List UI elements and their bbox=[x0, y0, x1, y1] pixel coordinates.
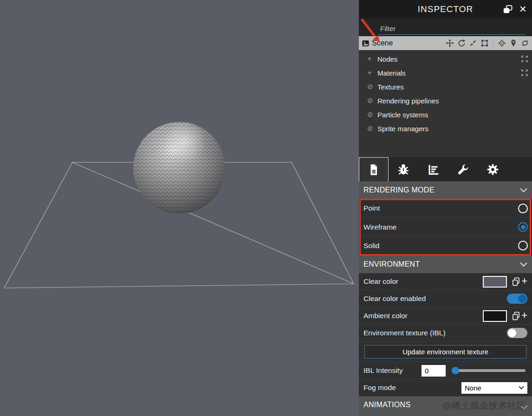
plus-icon[interactable]: + bbox=[367, 54, 377, 64]
copy-icon[interactable] bbox=[511, 276, 521, 287]
tab-debug[interactable] bbox=[389, 157, 418, 181]
tree-filler bbox=[359, 134, 532, 157]
ambient-color-swatch[interactable] bbox=[483, 310, 507, 322]
section-header-rendering-mode[interactable]: RENDERING MODE bbox=[359, 181, 532, 199]
section-title: RENDERING MODE bbox=[363, 186, 435, 194]
update-environment-texture-row: Update environment texture bbox=[359, 342, 532, 362]
wrench-icon bbox=[457, 163, 469, 176]
close-icon[interactable]: × bbox=[519, 3, 526, 15]
gear-icon bbox=[487, 163, 499, 176]
image-icon bbox=[362, 39, 370, 47]
property-label: IBL Intensity bbox=[363, 366, 422, 375]
gizmo-separator bbox=[493, 39, 493, 47]
chevron-down-icon[interactable] bbox=[520, 188, 527, 192]
scene-label: Scene bbox=[372, 39, 446, 47]
tab-settings[interactable] bbox=[478, 157, 507, 181]
section-title: ENVIRONMENT bbox=[363, 260, 420, 269]
file-icon bbox=[368, 164, 379, 176]
refresh-icon[interactable] bbox=[521, 39, 529, 47]
copy-icon[interactable] bbox=[511, 311, 521, 321]
expand-arrows-icon[interactable] bbox=[521, 55, 528, 63]
option-label: Solid bbox=[363, 242, 518, 250]
clear-color-enabled-row: Clear color enabled bbox=[359, 290, 532, 307]
add-color-icon[interactable]: + bbox=[521, 310, 527, 320]
clear-color-enabled-toggle-on[interactable] bbox=[507, 294, 527, 304]
ibl-intensity-input[interactable] bbox=[422, 365, 446, 377]
tree-item-rendering-pipelines[interactable]: ⊘ Rendering pipelines bbox=[359, 94, 532, 108]
scene-canvas bbox=[0, 0, 359, 416]
watermark-text: @稀土掘金技术社区 bbox=[442, 400, 526, 412]
tree-item-label: Sprite managers bbox=[377, 125, 428, 133]
tab-properties[interactable] bbox=[359, 157, 389, 181]
stats-icon bbox=[427, 163, 440, 176]
ibl-intensity-row: IBL Intensity bbox=[359, 362, 532, 379]
chevron-down-icon[interactable] bbox=[520, 262, 527, 267]
select-chevron-icon bbox=[519, 386, 524, 390]
option-label: Wireframe bbox=[363, 223, 518, 231]
inspector-title: INSPECTOR bbox=[418, 4, 474, 14]
fog-mode-row: Fog mode None bbox=[359, 379, 532, 397]
tree-item-materials[interactable]: + Materials bbox=[359, 66, 532, 80]
popout-icon[interactable] bbox=[502, 4, 513, 14]
expand-arrows-icon[interactable] bbox=[521, 69, 528, 77]
property-label: Fog mode bbox=[363, 384, 461, 392]
sphere-specular-highlight bbox=[163, 121, 206, 163]
clear-color-swatch[interactable] bbox=[483, 276, 507, 288]
slider-handle[interactable] bbox=[452, 367, 459, 374]
tree-item-sprite-managers[interactable]: ⊘ Sprite managers bbox=[359, 122, 532, 135]
add-color-icon[interactable]: + bbox=[521, 276, 527, 286]
fog-mode-value: None bbox=[465, 384, 481, 392]
section-header-environment[interactable]: ENVIRONMENT bbox=[359, 256, 532, 273]
rendering-mode-option-point[interactable]: Point bbox=[359, 199, 532, 218]
scale-icon[interactable] bbox=[469, 39, 477, 47]
inspector-panel: INSPECTOR × Scene bbox=[359, 0, 532, 416]
babylon-inspector-screen: INSPECTOR × Scene bbox=[0, 0, 532, 416]
bug-icon bbox=[397, 163, 410, 176]
ambient-color-row: Ambient color + bbox=[359, 307, 532, 325]
no-entry-icon: ⊘ bbox=[367, 83, 377, 91]
tree-item-label: Rendering pipelines bbox=[377, 97, 439, 105]
tree-item-label: Nodes bbox=[377, 55, 397, 63]
tree-item-textures[interactable]: ⊘ Textures bbox=[359, 80, 532, 94]
environment-texture-row: Environment texture (IBL) bbox=[359, 325, 532, 342]
tree-item-nodes[interactable]: + Nodes bbox=[359, 52, 532, 66]
filter-row bbox=[359, 19, 532, 36]
environment-texture-toggle-off[interactable] bbox=[507, 328, 527, 338]
option-label: Point bbox=[363, 204, 518, 212]
tree-item-label: Materials bbox=[377, 69, 406, 77]
section-title: ANIMATIONS bbox=[363, 401, 410, 409]
property-label: Ambient color bbox=[363, 312, 483, 320]
filter-input[interactable] bbox=[378, 24, 526, 35]
section-header-animations[interactable]: ANIMATIONS @稀土掘金技术社区 bbox=[359, 397, 532, 416]
bounding-box-icon[interactable] bbox=[480, 39, 489, 47]
radio-point[interactable] bbox=[518, 204, 528, 213]
inspector-tabs bbox=[359, 157, 532, 181]
rotate-icon[interactable] bbox=[457, 39, 466, 47]
picker-icon[interactable] bbox=[498, 39, 506, 47]
rendering-mode-option-solid[interactable]: Solid bbox=[359, 236, 532, 255]
inspector-titlebar: INSPECTOR × bbox=[359, 0, 532, 19]
location-pin-icon[interactable] bbox=[509, 39, 518, 47]
property-label: Clear color enabled bbox=[363, 294, 507, 303]
tab-tools[interactable] bbox=[448, 157, 478, 181]
clear-color-row: Clear color + bbox=[359, 273, 532, 290]
no-entry-icon: ⊘ bbox=[367, 110, 377, 119]
radio-wireframe-checked[interactable] bbox=[518, 222, 528, 232]
plus-icon[interactable]: + bbox=[367, 68, 377, 77]
scene-explorer-tree: + Nodes + Materials bbox=[359, 50, 532, 134]
scene-tree-item[interactable]: Scene bbox=[359, 36, 532, 50]
update-environment-texture-button[interactable]: Update environment texture bbox=[364, 345, 526, 358]
radio-solid[interactable] bbox=[518, 241, 528, 250]
tree-item-label: Textures bbox=[377, 83, 404, 91]
rendering-mode-option-wireframe[interactable]: Wireframe bbox=[359, 218, 532, 236]
scene-viewport[interactable] bbox=[0, 0, 359, 416]
fog-mode-select[interactable]: None bbox=[461, 382, 527, 394]
no-entry-icon: ⊘ bbox=[367, 124, 377, 133]
tab-statistics[interactable] bbox=[418, 157, 448, 181]
property-label: Environment texture (IBL) bbox=[363, 329, 507, 337]
move-icon[interactable] bbox=[446, 39, 454, 47]
tree-item-label: Particle systems bbox=[377, 111, 428, 119]
ibl-intensity-slider[interactable] bbox=[452, 369, 526, 372]
tree-item-particle-systems[interactable]: ⊘ Particle systems bbox=[359, 108, 532, 122]
no-entry-icon: ⊘ bbox=[367, 96, 377, 105]
